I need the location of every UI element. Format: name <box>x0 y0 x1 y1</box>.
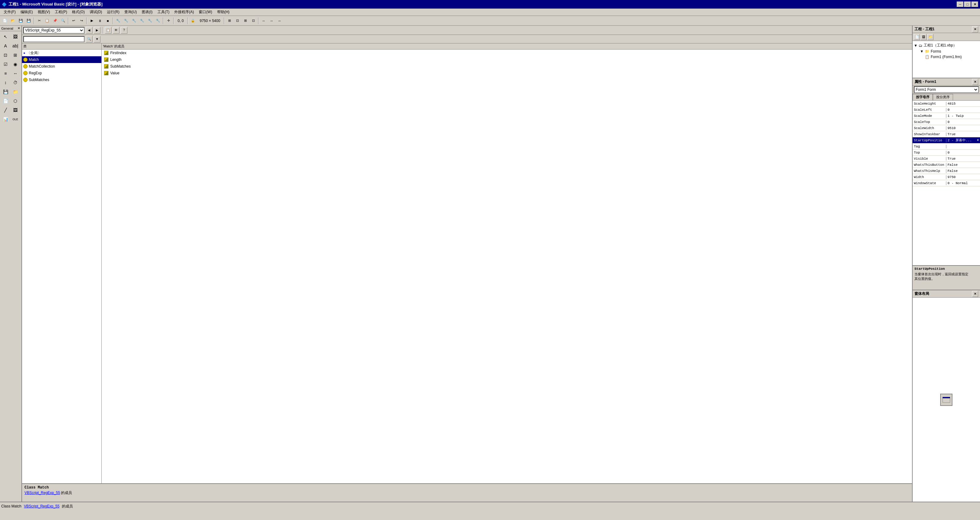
class-item-matchcollection[interactable]: MatchCollection <box>22 63 101 70</box>
menu-format[interactable]: 格式(O) <box>70 9 87 15</box>
tool-frame[interactable]: ⊡ <box>1 51 10 59</box>
class-item-match[interactable]: Match <box>22 56 101 63</box>
member-submatches[interactable]: SubMatches <box>102 63 912 70</box>
class-item-global[interactable]: ● 〈全局〉 <box>22 49 101 56</box>
props-row-scaleheight[interactable]: ScaleHeight 4815 <box>913 101 980 107</box>
toolbar-align3[interactable]: ↔ <box>276 17 283 24</box>
toolbar-save2[interactable]: 💾 <box>25 17 32 24</box>
ob-status-link[interactable]: VBScript_RegExp_55 <box>24 491 60 495</box>
toolbar-cut[interactable]: ✂ <box>35 17 43 24</box>
props-row-top[interactable]: Top 0 <box>913 150 980 156</box>
toolbar-align2[interactable]: ↔ <box>268 17 275 24</box>
tool-line[interactable]: ╱ <box>1 106 10 114</box>
help-btn[interactable]: ? <box>121 27 127 34</box>
tree-forms[interactable]: ▼ 📁 Forms <box>914 49 979 54</box>
search-btn[interactable]: 🔍 <box>86 36 92 43</box>
tool-listbox[interactable]: ≡ <box>1 69 10 78</box>
menu-view[interactable]: 视图(V) <box>35 9 52 15</box>
toolbar-grid1[interactable]: ⊞ <box>226 17 233 24</box>
tool-image2[interactable]: 🖼 <box>11 106 20 114</box>
toolbar-comp5[interactable]: 🔧 <box>146 17 154 24</box>
search-dropdown[interactable]: ▼ <box>94 36 100 43</box>
toolbar-grid3[interactable]: ⊞ <box>242 17 249 24</box>
member-length[interactable]: Length <box>102 56 912 63</box>
view-form-btn[interactable]: 🖼 <box>921 34 927 40</box>
tool-hscroll[interactable]: ↔ <box>11 69 20 78</box>
props-row-scaletop[interactable]: ScaleTop 0 <box>913 119 980 125</box>
menu-query[interactable]: 查询(U) <box>122 9 139 15</box>
tool-drive[interactable]: 💾 <box>1 87 10 96</box>
tool-data[interactable]: 📊 <box>1 115 10 124</box>
view-def-btn[interactable]: 👁 <box>113 27 119 34</box>
toolbar-comp3[interactable]: 🔧 <box>130 17 138 24</box>
toggle-folders-btn[interactable]: 📁 <box>928 34 934 40</box>
copy-btn[interactable]: 📋 <box>105 27 111 34</box>
menu-diagram[interactable]: 图表(I) <box>139 9 155 15</box>
menu-debug[interactable]: 调试(D) <box>87 9 105 15</box>
menu-file[interactable]: 文件(F) <box>1 9 18 15</box>
tool-vscroll[interactable]: ↕ <box>1 78 10 87</box>
menu-help[interactable]: 帮助(H) <box>215 9 232 15</box>
tool-shape[interactable]: ⬡ <box>11 97 20 105</box>
props-row-startupposition[interactable]: StartUpPositio 2 - 屏幕中... ▼ <box>913 137 980 143</box>
member-firstindex[interactable]: FirstIndex <box>102 49 912 56</box>
nav-back[interactable]: ◀ <box>86 27 92 34</box>
toolbox-close[interactable]: ✕ <box>18 26 20 30</box>
props-object-select[interactable]: Form1 Form <box>914 86 979 93</box>
class-item-regexp[interactable]: RegExp <box>22 70 101 76</box>
toolbar-copy[interactable]: 📋 <box>43 17 51 24</box>
toolbar-align1[interactable]: ↔ <box>260 17 267 24</box>
props-row-windowstate[interactable]: WindowState 0 - Normal <box>913 180 980 186</box>
toolbar-find[interactable]: 🔍 <box>59 17 67 24</box>
menu-edit[interactable]: 编辑(E) <box>18 9 35 15</box>
status-link[interactable]: VBScript_RegExp_55 <box>24 504 59 508</box>
project-close-btn[interactable]: ✕ <box>972 26 978 32</box>
tool-option[interactable]: ◉ <box>11 60 20 68</box>
menu-addins[interactable]: 外接程序(A) <box>172 9 196 15</box>
minimize-button[interactable]: ─ <box>957 2 964 7</box>
toolbar-redo[interactable]: ↪ <box>78 17 85 24</box>
props-close-btn[interactable]: ✕ <box>972 79 978 85</box>
tree-form1[interactable]: 📋 Form1 (Form1.frm) <box>914 54 979 60</box>
class-item-submatches[interactable]: SubMatches <box>22 76 101 83</box>
menu-run[interactable]: 运行(R) <box>105 9 122 15</box>
tool-timer[interactable]: ⏱ <box>11 78 20 87</box>
props-row-whatsthishelp[interactable]: WhatsThisHelp False <box>913 168 980 174</box>
toolbar-save[interactable]: 💾 <box>17 17 24 24</box>
library-select[interactable]: VBScript_RegExp_55 <box>23 27 84 34</box>
toolbar-open[interactable]: 📂 <box>9 17 16 24</box>
toolbar-pause[interactable]: ⏸ <box>96 17 103 24</box>
toolbar-paste[interactable]: 📌 <box>51 17 59 24</box>
tool-textbox[interactable]: ab| <box>11 41 20 50</box>
toolbar-grid2[interactable]: ⊡ <box>234 17 241 24</box>
close-button[interactable]: ✕ <box>971 2 978 7</box>
member-value[interactable]: Value <box>102 70 912 76</box>
props-row-scalewidth[interactable]: ScaleWidth 9510 <box>913 125 980 131</box>
tree-project[interactable]: ▼ 🗂 工程1（工程1.vbp） <box>914 42 979 49</box>
tool-image[interactable]: 🖼 <box>11 32 20 41</box>
menu-project[interactable]: 工程(P) <box>52 9 70 15</box>
toolbar-stop[interactable]: ■ <box>104 17 111 24</box>
search-input[interactable] <box>23 36 84 42</box>
tool-file[interactable]: 📄 <box>1 97 10 105</box>
tool-cmdbutton[interactable]: ⊞ <box>11 51 20 59</box>
toolbar-undo[interactable]: ↩ <box>70 17 77 24</box>
props-row-scalemode[interactable]: ScaleMode 1 - Twip <box>913 113 980 119</box>
menu-tools[interactable]: 工具(T) <box>155 9 172 15</box>
toolbar-comp4[interactable]: 🔧 <box>138 17 146 24</box>
props-row-showintaskbar[interactable]: ShowInTaskbar True <box>913 131 980 137</box>
toolbar-comp2[interactable]: 🔧 <box>123 17 130 24</box>
tool-dir[interactable]: 📁 <box>11 87 20 96</box>
toolbar-new[interactable]: 📄 <box>1 17 9 24</box>
tool-ole[interactable]: OLE <box>11 115 20 124</box>
props-row-scaleleft[interactable]: ScaleLeft 0 <box>913 107 980 113</box>
toolbar-comp1[interactable]: 🔧 <box>115 17 122 24</box>
maximize-button[interactable]: □ <box>964 2 971 7</box>
view-code-btn[interactable]: 📄 <box>914 34 920 40</box>
tool-label[interactable]: A <box>1 41 10 50</box>
toolbar-cross[interactable]: ✛ <box>165 17 172 24</box>
tab-categorized[interactable]: 按分类序 <box>933 94 953 100</box>
props-row-width[interactable]: Width 9750 <box>913 174 980 180</box>
tool-checkbox[interactable]: ☑ <box>1 60 10 68</box>
props-row-visible[interactable]: Visible True <box>913 156 980 162</box>
